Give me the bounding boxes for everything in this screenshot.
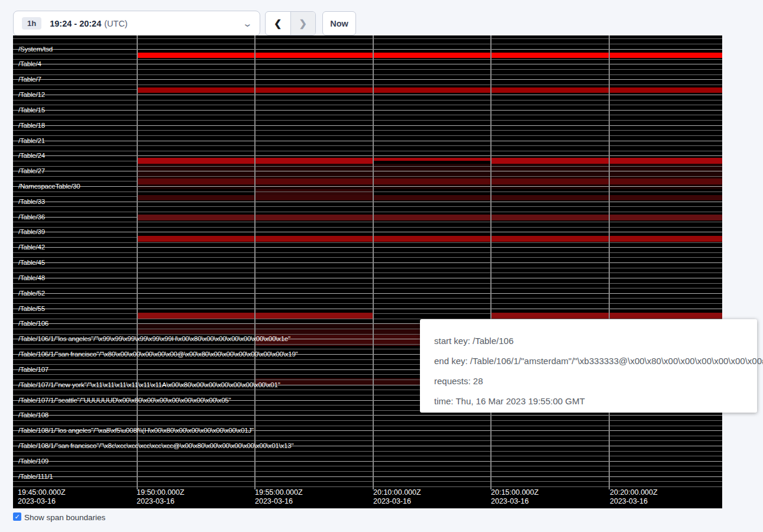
tooltip-line: start key: /Table/106 (434, 331, 757, 351)
chevron-left-icon: ❮ (274, 18, 282, 29)
time-nav-group: ❮ ❯ (265, 11, 316, 35)
prev-interval-button[interactable]: ❮ (266, 12, 290, 35)
now-button[interactable]: Now (322, 11, 356, 35)
time-range-dropdown[interactable]: 1h 19:24 - 20:24 (UTC) ⌄ (13, 11, 260, 36)
show-span-boundaries-label[interactable]: Show span boundaries (24, 513, 105, 522)
heatmap-canvas[interactable] (13, 35, 722, 508)
time-range-label: 19:24 - 20:24 (50, 19, 101, 28)
tooltip-line: end key: /Table/106/1/"amsterdam"/"\xb33… (434, 351, 757, 371)
chevron-right-icon: ❯ (299, 18, 307, 29)
tooltip-line: requests: 28 (434, 371, 757, 391)
duration-badge: 1h (22, 17, 41, 30)
checkmark-icon: ✓ (14, 513, 20, 521)
span-tooltip: start key: /Table/106end key: /Table/106… (420, 319, 757, 413)
show-span-boundaries-checkbox[interactable]: ✓ (13, 512, 21, 521)
tooltip-line: time: Thu, 16 Mar 2023 19:55:00 GMT (434, 391, 757, 411)
next-interval-button[interactable]: ❯ (290, 12, 316, 35)
time-zone-suffix: (UTC) (104, 19, 127, 28)
chevron-down-icon: ⌄ (243, 21, 253, 27)
key-visualizer-page: 1h 19:24 - 20:24 (UTC) ⌄ ❮ ❯ Now /System… (0, 0, 763, 532)
